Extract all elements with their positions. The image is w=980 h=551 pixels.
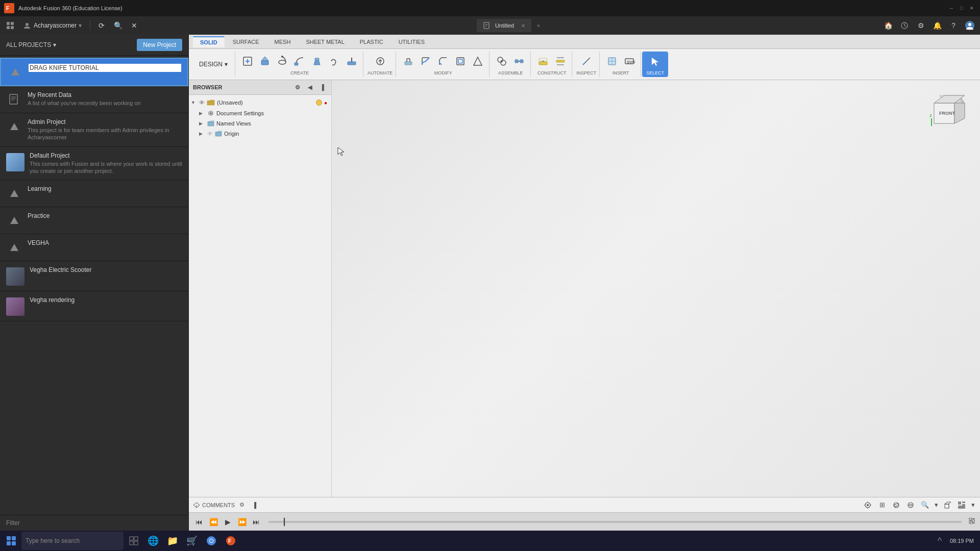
project-item-recent[interactable]: My Recent Data A list of what you've rec… [0,86,188,113]
automate-btn-1[interactable] [372,53,388,69]
browser-item-origin[interactable]: ▶ 👁 Origin [189,129,331,139]
search-icon[interactable]: 🔍 [111,18,125,33]
new-project-button[interactable]: New Project [137,39,182,51]
settings-icon[interactable]: ⚙ [914,18,928,33]
new-component-button[interactable] [239,53,256,69]
tab-close-icon[interactable]: ✕ [521,23,525,29]
maximize-button[interactable]: □ [958,4,966,12]
comments-panel-toggle[interactable] [193,502,200,509]
display-mode-icon[interactable] [955,499,968,511]
joint-button[interactable] [494,53,510,69]
browser-item-doc-settings[interactable]: ▶ Document Settings [189,108,331,118]
all-projects-button[interactable]: ALL PROJECTS ▾ [6,41,56,48]
midplane-button[interactable] [552,53,569,69]
zoom-dropdown-icon[interactable]: ▾ [933,499,939,511]
tab-utilities[interactable]: UTILITIES [391,37,432,47]
browser-item-root[interactable]: ▼ 👁 (Unsaved) ● [189,97,331,108]
close-button[interactable]: ✕ [968,4,976,12]
viewport-canvas[interactable]: BROWSER ⚙ ◀ ▐ ▼ 👁 [189,80,980,497]
timeline-track[interactable] [268,521,962,523]
loft-button[interactable] [309,53,325,69]
root-visibility-icon[interactable]: 👁 [199,99,205,106]
timeline-prev-button[interactable]: ⏪ [207,516,219,528]
draft-button[interactable] [470,53,486,69]
project-item-default[interactable]: Default Project This comes with Fusion a… [0,147,188,181]
shell-button[interactable] [452,53,469,69]
taskbar-store-button[interactable]: 🛒 [183,532,201,550]
project-name-input[interactable] [29,64,181,72]
browser-collapse-icon[interactable]: ▐ [317,82,327,92]
timeline-end-button[interactable]: ⏭ [250,516,262,528]
extrude-button[interactable] [257,53,273,69]
user-menu[interactable]: Acharyascorner ▾ [19,20,86,31]
project-item-admin[interactable]: Admin Project This project is for team m… [0,113,188,147]
timeline-next-button[interactable]: ⏩ [236,516,248,528]
browser-settings-icon[interactable]: ⚙ [292,82,303,92]
project-item-vegha[interactable]: VEGHA [0,234,188,261]
project-item-drag-knife[interactable] [0,58,188,86]
sweep-button[interactable] [291,53,308,69]
notifications-icon[interactable]: 🔔 [930,18,944,33]
offset-plane-button[interactable] [535,53,551,69]
tab-plastic[interactable]: PLASTIC [353,37,390,47]
rib-button[interactable] [344,53,360,69]
account-icon[interactable] [963,18,977,33]
close-panel-icon[interactable]: ✕ [127,18,141,33]
help-icon[interactable]: ? [946,18,961,33]
taskbar-chrome-button[interactable] [202,532,220,550]
assemble-label: ASSEMBLE [498,70,523,76]
taskbar-search-button[interactable]: Type here to search [21,532,124,550]
timeline-play-button[interactable]: ▶ [222,516,234,528]
taskbar-show-hidden-icons[interactable]: ^ [930,532,949,550]
coil-button[interactable] [326,53,342,69]
display-settings-icon[interactable] [862,499,874,511]
refresh-icon[interactable]: ⟳ [94,18,109,33]
timeline-settings-icon[interactable] [968,517,976,527]
fillet-button[interactable] [418,53,434,69]
new-tab-button[interactable]: ＋ [531,18,546,33]
viewport-cube[interactable]: FRONT Z [929,90,970,131]
press-pull-button[interactable] [400,53,416,69]
viewport[interactable]: BROWSER ⚙ ◀ ▐ ▼ 👁 [189,80,980,531]
browser-item-named-views[interactable]: ▶ Named Views [189,118,331,129]
insert-mesh-button[interactable] [604,53,620,69]
tab-sheet-metal[interactable]: SHEET METAL [299,37,351,47]
revolve-button[interactable] [274,53,290,69]
root-record-icon[interactable]: ● [324,100,327,106]
insert-svg-button[interactable]: SVG [621,53,638,69]
rigid-group-button[interactable] [511,53,527,69]
tab-mesh[interactable]: MESH [267,37,298,47]
apps-grid-icon[interactable] [3,18,17,33]
taskbar-edge-button[interactable]: 🌐 [144,532,162,550]
home-icon[interactable]: 🏠 [881,18,895,33]
minimize-button[interactable]: ─ [947,4,955,12]
measure-button[interactable] [578,53,595,69]
display-mode-dropdown[interactable]: ▾ [970,499,976,511]
look-at-icon[interactable] [904,499,917,511]
tab-solid[interactable]: SOLID [193,36,225,47]
comments-settings-icon[interactable]: ⚙ [237,500,247,510]
comments-expand-icon[interactable]: ▐ [249,500,259,510]
project-item-learning[interactable]: Learning [0,180,188,207]
project-item-vegha-render[interactable]: Vegha rendering [0,291,188,321]
taskbar-files-button[interactable]: 📁 [163,532,182,550]
windows-start-button[interactable] [2,532,20,550]
timeline-start-button[interactable]: ⏮ [193,516,205,528]
design-dropdown[interactable]: DESIGN ▾ [195,59,232,70]
browser-expand-icon[interactable]: ◀ [305,82,315,92]
task-view-button[interactable] [125,532,143,550]
view-cube-icon[interactable] [941,499,953,511]
project-item-practice[interactable]: Practice [0,207,188,234]
project-item-vegha-electric[interactable]: Vegha Electric Scooter [0,261,188,291]
svg-rect-95 [7,541,11,545]
select-button[interactable] [647,53,664,69]
zoom-icon[interactable]: 🔍 [919,499,931,511]
orbit-icon[interactable] [890,499,902,511]
document-tab[interactable]: Untitled ✕ [477,19,531,32]
origin-visibility-icon[interactable]: 👁 [207,131,213,137]
tab-surface[interactable]: SURFACE [226,37,266,47]
grid-settings-icon[interactable]: ⊞ [876,499,888,511]
taskbar-fusion-button[interactable]: F [222,532,240,550]
chamfer-button[interactable] [435,53,451,69]
autosave-icon[interactable] [897,18,912,33]
